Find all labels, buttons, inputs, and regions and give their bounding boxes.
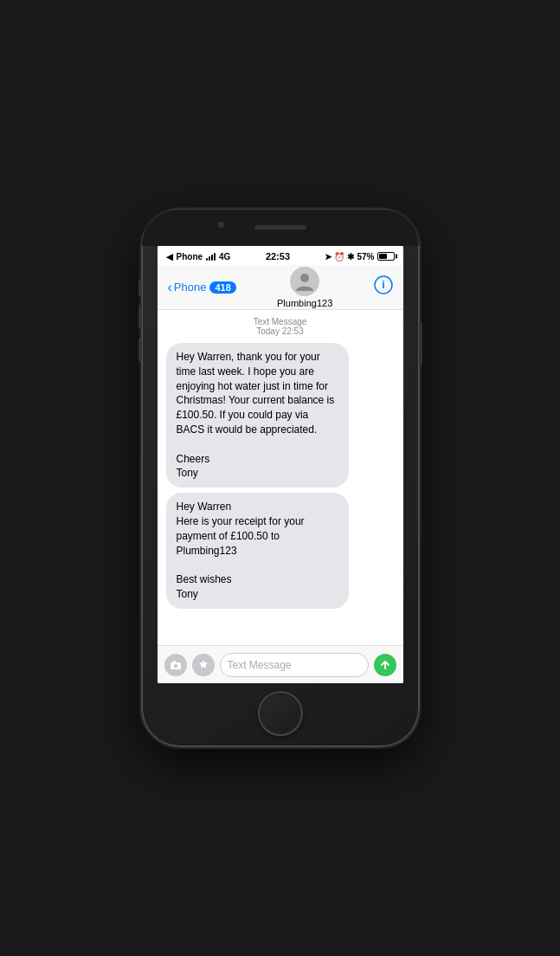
avatar	[290, 267, 319, 296]
messages-area: Text Message Today 22:53 Hey Warren, tha…	[158, 310, 403, 645]
carrier-label: Phone	[177, 252, 203, 262]
bubble1-text: Hey Warren, thank you for your time last…	[177, 351, 335, 479]
message-timestamp: Text Message Today 22:53	[166, 317, 395, 336]
location-icon: ➤	[325, 252, 331, 262]
svg-point-4	[173, 663, 177, 667]
home-button[interactable]	[258, 691, 303, 736]
phone-frame: ◀ Phone 4G 22:53 ➤ ⏰ ✱ 57%	[142, 210, 419, 746]
unread-badge: 418	[209, 281, 235, 294]
phone-top-bar	[142, 210, 419, 246]
timestamp-label: Text Message	[166, 317, 395, 326]
message-bubble-2: Hey Warren Here is your receipt for your…	[166, 493, 349, 609]
svg-point-0	[300, 274, 309, 282]
front-camera	[218, 222, 224, 228]
message-bubble-1: Hey Warren, thank you for your time last…	[166, 343, 349, 488]
contact-info-center[interactable]: Plumbing123	[277, 267, 332, 308]
battery-icon	[377, 252, 395, 261]
status-right: ➤ ⏰ ✱ 57%	[325, 252, 394, 262]
send-button[interactable]	[374, 654, 396, 676]
power-button[interactable]	[419, 322, 422, 365]
camera-button[interactable]	[164, 654, 187, 676]
input-placeholder: Text Message	[228, 659, 292, 671]
bluetooth-icon: ✱	[347, 252, 354, 262]
back-label: Phone	[174, 281, 207, 294]
info-button[interactable]: i	[374, 275, 393, 299]
bubble2-text: Hey Warren Here is your receipt for your…	[177, 501, 305, 600]
svg-text:i: i	[382, 279, 384, 291]
chevron-back-icon: ◀	[166, 252, 173, 262]
volume-down-button[interactable]	[138, 338, 142, 362]
silent-button[interactable]	[138, 279, 142, 296]
signal-icon	[206, 252, 216, 261]
battery-percent-label: 57%	[357, 252, 374, 262]
timestamp-date: Today 22:53	[166, 326, 395, 336]
appstore-button[interactable]	[192, 654, 215, 676]
contact-name: Plumbing123	[277, 298, 332, 308]
earpiece-speaker	[254, 225, 306, 229]
phone-screen: ◀ Phone 4G 22:53 ➤ ⏰ ✱ 57%	[158, 246, 403, 683]
volume-up-button[interactable]	[138, 305, 142, 329]
navigation-bar: ‹ Phone 418 Plumbing123 i	[158, 265, 403, 310]
network-label: 4G	[219, 252, 230, 262]
status-left: ◀ Phone 4G	[166, 252, 231, 262]
alarm-icon: ⏰	[334, 252, 344, 262]
chevron-left-icon: ‹	[168, 280, 172, 295]
time-display: 22:53	[266, 251, 290, 262]
back-button[interactable]: ‹ Phone 418	[168, 280, 236, 295]
svg-rect-5	[173, 661, 176, 662]
message-text-input[interactable]: Text Message	[220, 653, 369, 677]
message-input-area: Text Message	[158, 645, 403, 683]
status-bar: ◀ Phone 4G 22:53 ➤ ⏰ ✱ 57%	[158, 246, 403, 265]
